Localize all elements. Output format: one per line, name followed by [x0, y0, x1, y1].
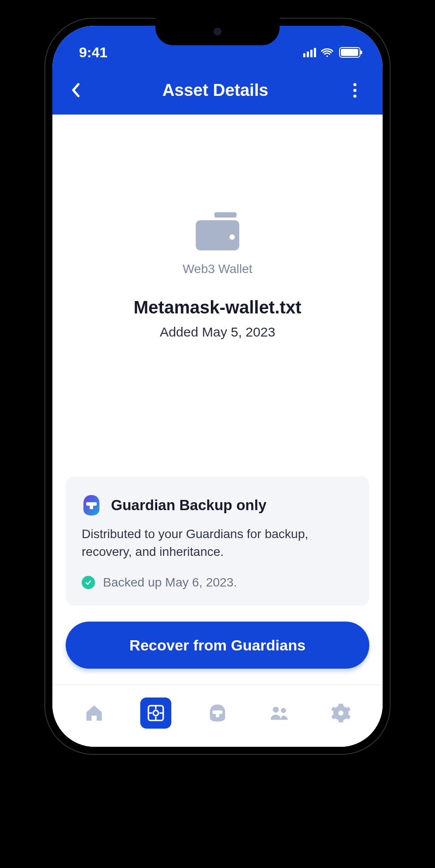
- status-time: 9:41: [79, 44, 107, 61]
- status-icons: [303, 47, 360, 58]
- backup-card-description: Distributed to your Guardians for backup…: [82, 525, 353, 561]
- asset-added-date: Added May 5, 2023: [160, 325, 275, 340]
- nav-people[interactable]: [264, 698, 295, 729]
- backup-status-row: Backed up May 6, 2023.: [82, 575, 353, 590]
- helmet-icon: [207, 703, 228, 723]
- svg-rect-5: [86, 502, 97, 506]
- recover-from-guardians-button[interactable]: Recover from Guardians: [66, 622, 369, 669]
- asset-filename: Metamask-wallet.txt: [134, 297, 301, 317]
- asset-type-label: Web3 Wallet: [182, 262, 252, 276]
- nav-home[interactable]: [79, 698, 110, 729]
- vault-icon: [147, 704, 165, 722]
- svg-point-3: [229, 234, 235, 240]
- asset-hero: Web3 Wallet Metamask-wallet.txt Added Ma…: [66, 212, 369, 340]
- more-dot-icon: [353, 83, 356, 86]
- people-icon: [269, 703, 289, 723]
- nav-vault[interactable]: [140, 698, 171, 729]
- svg-rect-0: [214, 212, 237, 218]
- page-title: Asset Details: [162, 81, 269, 100]
- backup-card-title: Guardian Backup only: [111, 497, 266, 514]
- app-header: Asset Details: [52, 70, 383, 115]
- svg-rect-13: [212, 710, 222, 714]
- svg-point-15: [281, 708, 286, 713]
- spacer: [66, 340, 369, 476]
- content-area: Web3 Wallet Metamask-wallet.txt Added Ma…: [52, 115, 383, 685]
- more-dot-icon: [353, 95, 356, 98]
- svg-point-7: [153, 710, 158, 716]
- screen: 9:41 Asset Details: [52, 26, 383, 747]
- wifi-icon: [320, 48, 334, 57]
- wallet-icon: [193, 212, 242, 252]
- guardian-helmet-icon: [82, 494, 101, 516]
- chevron-left-icon: [71, 83, 80, 98]
- nav-guardian[interactable]: [202, 698, 233, 729]
- svg-point-14: [273, 707, 279, 713]
- cellular-signal-icon: [303, 48, 316, 57]
- phone-frame: 9:41 Asset Details: [44, 18, 391, 755]
- guardian-backup-card: Guardian Backup only Distributed to your…: [66, 476, 369, 606]
- device-notch: [155, 18, 280, 45]
- bottom-nav: [52, 685, 383, 747]
- battery-icon: [339, 47, 360, 58]
- back-button[interactable]: [66, 80, 85, 100]
- nav-settings[interactable]: [325, 698, 356, 729]
- svg-point-16: [339, 710, 344, 716]
- check-circle-icon: [82, 576, 95, 589]
- backup-status-text: Backed up May 6, 2023.: [103, 575, 237, 590]
- more-options-button[interactable]: [345, 80, 365, 100]
- gear-icon: [331, 703, 351, 723]
- home-icon: [84, 703, 104, 723]
- backup-card-header: Guardian Backup only: [82, 494, 353, 516]
- more-dot-icon: [353, 89, 356, 92]
